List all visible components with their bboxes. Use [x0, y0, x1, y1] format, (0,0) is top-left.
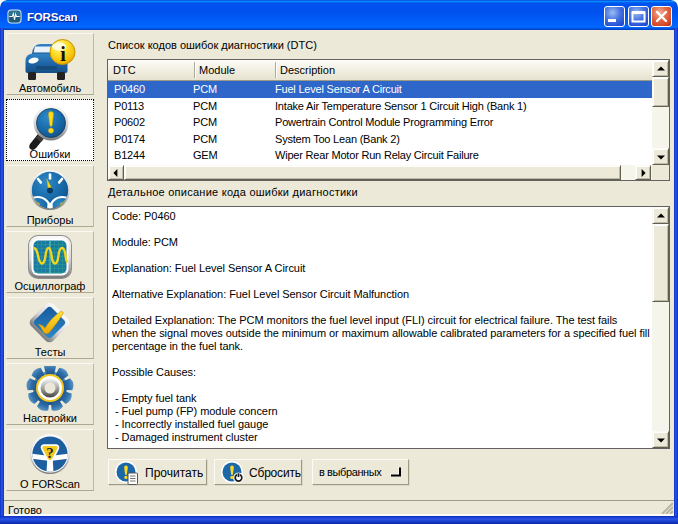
svg-text:?: ?	[46, 445, 54, 461]
svg-text:i: i	[60, 43, 66, 65]
